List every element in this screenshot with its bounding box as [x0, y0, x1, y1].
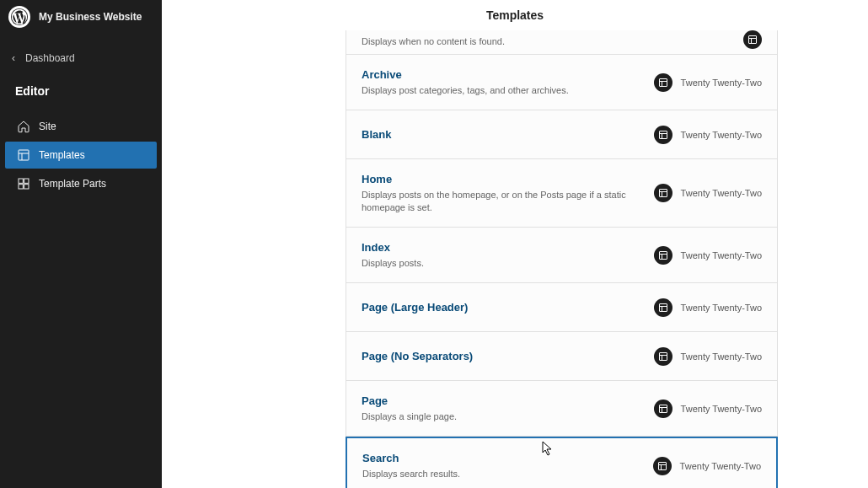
template-title[interactable]: Archive — [362, 68, 654, 81]
theme-name: Twenty Twenty-Two — [681, 351, 762, 362]
template-row[interactable]: Displays when no content is found. — [346, 30, 778, 55]
content-area: Displays when no content is found. Archi… — [162, 30, 868, 488]
navigator-title: Editor — [0, 72, 162, 113]
svg-rect-17 — [659, 190, 667, 197]
template-desc: Displays posts on the homepage, or on th… — [362, 189, 654, 213]
template-title[interactable]: Page — [362, 394, 654, 407]
template-desc: Displays when no content is found. — [362, 35, 743, 47]
theme-name: Twenty Twenty-Two — [681, 78, 762, 88]
sidebar: My Business Website ‹ Dashboard Editor S… — [0, 0, 162, 488]
template-row[interactable]: Page (No Separators) Twenty Twenty-Two — [346, 332, 778, 381]
svg-rect-32 — [658, 463, 666, 470]
template-row[interactable]: Archive Displays post categories, tags, … — [346, 55, 778, 110]
template-desc: Displays search results. — [362, 468, 653, 480]
svg-rect-14 — [659, 131, 667, 138]
svg-rect-6 — [19, 185, 23, 189]
svg-rect-8 — [749, 36, 757, 44]
svg-rect-4 — [19, 179, 23, 183]
svg-rect-29 — [659, 405, 667, 412]
theme-name: Twenty Twenty-Two — [681, 130, 762, 140]
theme-icon — [743, 30, 762, 49]
chevron-left-icon: ‹ — [12, 52, 20, 64]
svg-rect-26 — [659, 352, 667, 360]
theme-name: Twenty Twenty-Two — [681, 404, 762, 414]
svg-rect-20 — [659, 251, 667, 259]
theme-icon — [654, 347, 672, 366]
svg-rect-1 — [19, 150, 29, 160]
template-title[interactable]: Page (Large Header) — [362, 301, 654, 314]
template-parts-icon — [17, 177, 30, 190]
sidebar-item-label: Site — [39, 121, 56, 132]
theme-name: Twenty Twenty-Two — [680, 461, 761, 471]
theme-icon — [654, 246, 672, 265]
sidebar-item-label: Template Parts — [39, 178, 106, 190]
theme-name: Twenty Twenty-Two — [681, 188, 762, 198]
sidebar-item-templates[interactable]: Templates — [5, 142, 157, 169]
template-row[interactable]: Search Displays search results. Twenty T… — [346, 437, 778, 488]
theme-icon — [654, 126, 672, 144]
svg-rect-23 — [659, 303, 667, 311]
site-title: My Business Website — [39, 11, 142, 23]
template-title[interactable]: Search — [362, 452, 653, 464]
home-icon — [17, 120, 30, 133]
template-row[interactable]: Home Displays posts on the homepage, or … — [346, 159, 778, 228]
template-list: Displays when no content is found. Archi… — [346, 30, 778, 488]
wordpress-logo-icon[interactable] — [8, 6, 30, 28]
sidebar-item-site[interactable]: Site — [5, 113, 157, 140]
template-title[interactable]: Index — [362, 241, 654, 254]
page-title: Templates — [162, 0, 868, 30]
template-title[interactable]: Blank — [362, 128, 654, 141]
back-label: Dashboard — [25, 52, 75, 64]
sidebar-header: My Business Website — [0, 0, 162, 34]
theme-icon — [654, 400, 672, 418]
template-row[interactable]: Page (Large Header) Twenty Twenty-Two — [346, 283, 778, 332]
theme-icon — [653, 457, 672, 475]
template-title[interactable]: Page (No Separators) — [362, 350, 654, 362]
layout-icon — [17, 148, 30, 162]
template-desc: Displays a single page. — [362, 410, 654, 422]
theme-name: Twenty Twenty-Two — [681, 250, 762, 260]
template-row[interactable]: Index Displays posts. Twenty Twenty-Two — [346, 228, 778, 283]
template-row[interactable]: Page Displays a single page. Twenty Twen… — [346, 381, 778, 437]
template-title[interactable]: Home — [362, 173, 654, 185]
theme-name: Twenty Twenty-Two — [681, 303, 762, 313]
template-desc: Displays posts. — [362, 257, 654, 269]
back-to-dashboard-link[interactable]: ‹ Dashboard — [0, 44, 162, 72]
svg-rect-11 — [659, 78, 667, 86]
svg-rect-5 — [24, 179, 29, 183]
main-area: Templates Displays when no content is fo… — [162, 0, 868, 488]
theme-icon — [654, 298, 672, 317]
template-desc: Displays post categories, tags, and othe… — [362, 84, 654, 96]
sidebar-item-label: Templates — [39, 149, 85, 161]
svg-rect-7 — [24, 185, 29, 189]
template-row[interactable]: Blank Twenty Twenty-Two — [346, 110, 778, 159]
theme-icon — [654, 73, 672, 92]
theme-icon — [654, 184, 672, 202]
sidebar-item-template-parts[interactable]: Template Parts — [5, 170, 157, 197]
